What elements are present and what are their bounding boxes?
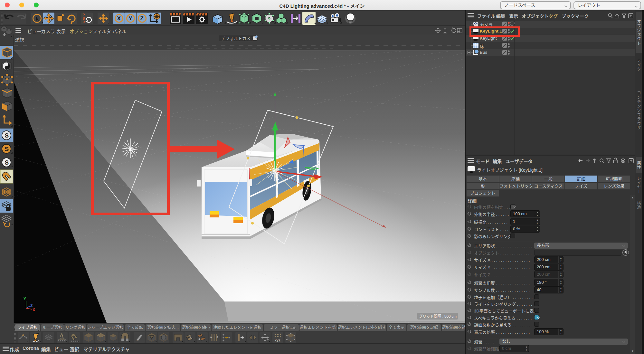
svg-text:Z: Z [30, 303, 33, 308]
svg-text:S: S [5, 132, 9, 139]
svg-text:R: R [82, 20, 85, 24]
svg-text:Y: Y [24, 297, 26, 301]
svg-text:X: X [117, 15, 121, 22]
svg-text:グリッド間隔 : 500 cm: グリッド間隔 : 500 cm [419, 314, 457, 318]
svg-text:デフォルトカメラ: デフォルトカメラ [221, 36, 255, 41]
svg-text:xyz: xyz [275, 338, 280, 342]
svg-text:透視: 透視 [15, 37, 24, 42]
svg-text:X: X [33, 308, 35, 312]
svg-text:Y: Y [129, 15, 133, 22]
svg-text:Z: Z [140, 15, 144, 22]
svg-text:S: S [5, 146, 9, 152]
svg-text:S: S [5, 159, 9, 166]
